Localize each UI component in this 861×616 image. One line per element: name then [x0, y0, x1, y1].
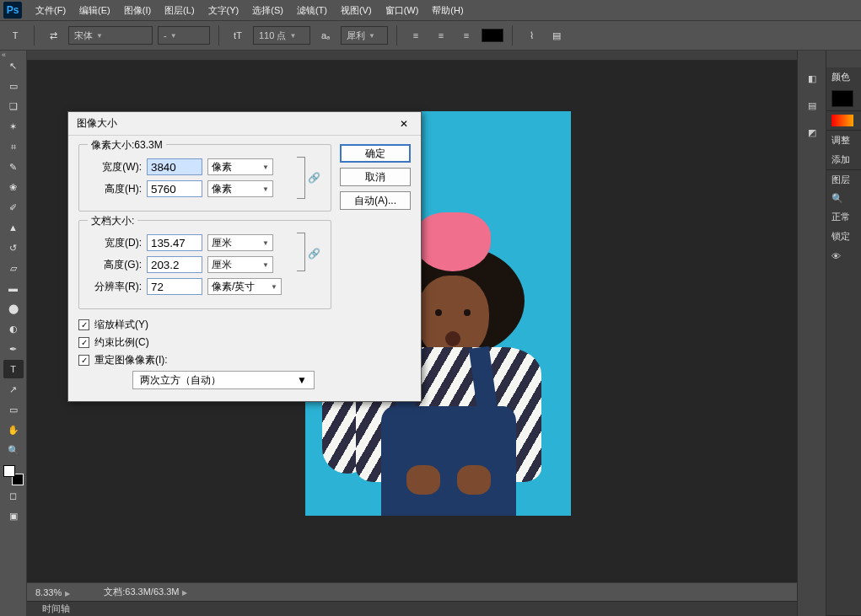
align-left-icon[interactable]: ≡: [406, 25, 426, 46]
panel-icon[interactable]: ◩: [804, 125, 821, 140]
tool-stamp[interactable]: ▲: [3, 218, 24, 237]
menu-filter[interactable]: 滤镜(T): [290, 3, 334, 19]
menu-view[interactable]: 视图(V): [334, 3, 379, 19]
tool-quick-select[interactable]: ✶: [3, 117, 24, 136]
doc-width-input[interactable]: [147, 234, 202, 251]
tool-path-select[interactable]: ↗: [3, 380, 24, 399]
app-window: Ps 文件(F) 编辑(E) 图像(I) 图层(L) 文字(Y) 选择(S) 滤…: [0, 0, 861, 616]
chevron-down-icon: ▼: [262, 185, 269, 193]
tool-brush[interactable]: ✐: [3, 198, 24, 217]
color-panel[interactable]: 颜色: [826, 67, 861, 111]
align-center-icon[interactable]: ≡: [431, 25, 451, 46]
doc-width-unit-select[interactable]: 厘米▼: [207, 234, 273, 251]
tool-hand[interactable]: ✋: [3, 420, 24, 439]
character-panel-icon[interactable]: ▤: [546, 25, 567, 46]
resolution-unit-select[interactable]: 像素/英寸▼: [207, 278, 282, 295]
resample-method-select[interactable]: 两次立方（自动） ▼: [132, 371, 315, 389]
align-right-icon[interactable]: ≡: [456, 25, 476, 46]
tool-zoom[interactable]: 🔍: [3, 441, 24, 459]
document-tabstrip[interactable]: [27, 51, 797, 61]
menu-select[interactable]: 选择(S): [245, 3, 290, 19]
link-icon[interactable]: 🔗: [305, 248, 322, 260]
menu-window[interactable]: 窗口(W): [379, 3, 426, 19]
tool-marquee[interactable]: ▭: [3, 77, 24, 95]
checkbox-icon[interactable]: ✓: [78, 355, 89, 366]
close-icon[interactable]: ✕: [396, 115, 412, 132]
active-tool-icon[interactable]: T: [5, 25, 25, 46]
color-swatch[interactable]: [831, 90, 853, 107]
app-logo: Ps: [3, 2, 22, 19]
adjust-panel-label: 调整: [826, 131, 861, 150]
ok-button[interactable]: 确定: [340, 144, 411, 163]
tool-type[interactable]: T: [3, 360, 24, 378]
tool-healing[interactable]: ❀: [3, 178, 24, 196]
separator: [34, 25, 35, 46]
chevron-right-icon: ▶: [182, 589, 187, 597]
resolution-input[interactable]: [147, 278, 202, 295]
chevron-down-icon: ▼: [289, 32, 296, 40]
panel-icon[interactable]: ▤: [804, 98, 821, 113]
tool-pen[interactable]: ✒: [3, 340, 24, 358]
orientation-toggle-icon[interactable]: ⇄: [43, 25, 63, 46]
link-icon[interactable]: 🔗: [305, 153, 322, 202]
checkbox-icon[interactable]: ✓: [78, 319, 89, 330]
visibility-icon[interactable]: 👁: [826, 246, 861, 266]
width-input[interactable]: [147, 158, 202, 175]
menu-file[interactable]: 文件(F): [29, 3, 73, 19]
tool-lasso[interactable]: ❑: [3, 97, 24, 115]
tool-shape[interactable]: ▭: [3, 400, 24, 419]
anti-alias-select[interactable]: 犀利▼: [341, 26, 388, 45]
tool-screenmode[interactable]: ▣: [3, 506, 24, 525]
layers-panel[interactable]: 图层 🔍 正常 锁定 👁: [826, 170, 861, 616]
resample-checkbox[interactable]: ✓ 重定图像像素(I):: [78, 353, 331, 367]
anti-alias-icon: aₐ: [315, 25, 336, 46]
tool-quickmask[interactable]: ◻: [3, 486, 24, 505]
doc-size-readout[interactable]: 文档:63.3M/63.3M▶: [104, 586, 187, 598]
cancel-button[interactable]: 取消: [340, 168, 411, 186]
blend-mode-value[interactable]: 正常: [826, 207, 861, 227]
doc-height-unit-select[interactable]: 厘米▼: [207, 256, 273, 273]
text-color-swatch[interactable]: [482, 29, 503, 42]
zoom-value[interactable]: 8.33%▶: [35, 587, 70, 597]
tool-gradient[interactable]: ▬: [3, 279, 24, 297]
menu-image[interactable]: 图像(I): [117, 3, 158, 19]
canvas-viewport[interactable]: 图像大小 ✕ 像素大小:63.3M: [27, 61, 797, 582]
panel-icon[interactable]: ◧: [804, 71, 821, 86]
tool-crop[interactable]: ⌗: [3, 137, 24, 156]
adjustments-panel[interactable]: 调整 添加: [826, 131, 861, 170]
font-family-select[interactable]: 宋体▼: [68, 26, 153, 45]
tool-move[interactable]: ↖: [3, 56, 24, 75]
chevron-down-icon: ▼: [262, 261, 269, 269]
font-size-value: 110 点: [259, 29, 286, 42]
search-icon[interactable]: 🔍: [826, 190, 861, 207]
right-panels: 颜色 调整 添加 图层 🔍 正常 锁定 👁: [826, 51, 861, 616]
tool-eraser[interactable]: ▱: [3, 259, 24, 277]
scale-styles-checkbox[interactable]: ✓ 缩放样式(Y): [78, 318, 331, 332]
menu-edit[interactable]: 编辑(E): [73, 3, 117, 19]
checkbox-icon[interactable]: ✓: [78, 337, 89, 348]
tool-history-brush[interactable]: ↺: [3, 238, 24, 257]
menu-layer[interactable]: 图层(L): [158, 3, 201, 19]
dialog-titlebar[interactable]: 图像大小 ✕: [68, 112, 421, 136]
font-size-select[interactable]: 110 点▼: [253, 26, 310, 45]
auto-button[interactable]: 自动(A)...: [340, 191, 411, 210]
menu-type[interactable]: 文字(Y): [202, 3, 246, 19]
constrain-proportions-checkbox[interactable]: ✓ 约束比例(C): [78, 335, 331, 350]
tool-blur[interactable]: ⬤: [3, 299, 24, 318]
tool-dodge[interactable]: ◐: [3, 319, 24, 338]
add-label: 添加: [826, 150, 861, 169]
warp-text-icon[interactable]: ⌇: [521, 25, 541, 46]
doc-height-input[interactable]: [147, 256, 202, 273]
foreground-color[interactable]: [3, 465, 15, 477]
right-panel-dock: ◧ ▤ ◩ 颜色 调整 添加 图层 🔍: [797, 51, 861, 616]
timeline-panel-tab[interactable]: 时间轴: [27, 601, 797, 616]
height-input[interactable]: [147, 180, 202, 197]
foreground-background-swatch[interactable]: [3, 465, 24, 485]
height-unit-select[interactable]: 像素▼: [207, 180, 273, 197]
gradient-panel[interactable]: [826, 111, 861, 131]
font-style-select[interactable]: -▼: [158, 26, 210, 45]
panel-header[interactable]: [826, 51, 861, 67]
menu-help[interactable]: 帮助(H): [425, 3, 470, 19]
tool-eyedropper[interactable]: ✎: [3, 158, 24, 176]
width-unit-select[interactable]: 像素▼: [207, 158, 273, 175]
